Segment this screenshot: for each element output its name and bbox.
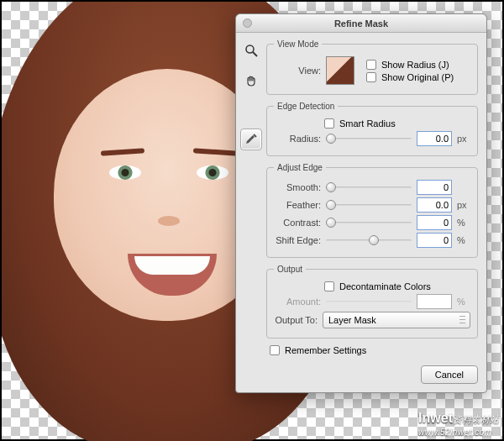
svg-line-1 (253, 52, 257, 56)
radius-input[interactable] (417, 131, 452, 146)
edge-legend: Edge Detection (274, 102, 338, 111)
edge-detection-group: Edge Detection Smart Radius Radius: px (266, 102, 478, 156)
outputto-label: Output To: (274, 315, 318, 325)
remember-label: Remember Settings (285, 345, 366, 355)
adjust-edge-group: Adjust Edge Smooth: Feather:px Contrast:… (266, 163, 478, 258)
smooth-label: Smooth: (274, 182, 321, 192)
contrast-slider[interactable] (326, 217, 412, 228)
radius-label: Radius: (274, 134, 321, 144)
cancel-button[interactable]: Cancel (421, 365, 478, 384)
smooth-slider[interactable] (326, 181, 412, 193)
feather-input[interactable] (417, 197, 452, 213)
decontaminate-label: Decontaminate Colors (339, 281, 431, 291)
view-thumbnail[interactable] (326, 56, 354, 85)
shift-input[interactable] (417, 233, 452, 248)
amount-slider (326, 296, 412, 307)
contrast-unit: % (457, 218, 470, 228)
smart-radius-checkbox[interactable] (324, 118, 334, 129)
contrast-label: Contrast: (274, 218, 321, 228)
shift-unit: % (457, 235, 470, 245)
view-mode-legend: View Mode (274, 39, 322, 49)
shift-slider[interactable] (326, 234, 412, 246)
amount-unit: % (457, 297, 470, 307)
watermark: Inwet资料素材站 www.52inwet.com (418, 411, 499, 438)
smart-radius-label: Smart Radius (339, 118, 396, 129)
feather-label: Feather: (274, 200, 321, 210)
smooth-input[interactable] (417, 180, 452, 195)
dialog-title: Refine Mask (334, 18, 388, 29)
shift-label: Shift Edge: (274, 235, 321, 245)
refine-mask-dialog: Refine Mask View Mode View: Show Radius … (235, 13, 487, 393)
view-label: View: (274, 66, 321, 76)
output-group: Output Decontaminate Colors Amount:% Out… (266, 265, 478, 339)
amount-input (417, 294, 452, 309)
show-radius-checkbox[interactable] (366, 60, 376, 70)
radius-unit: px (457, 134, 470, 144)
view-mode-group: View Mode View: Show Radius (J) Show Ori… (266, 39, 478, 95)
feather-unit: px (457, 200, 470, 210)
remember-checkbox[interactable] (270, 345, 280, 355)
tool-strip (236, 33, 266, 362)
amount-label: Amount: (274, 297, 321, 307)
refine-brush-tool[interactable] (240, 129, 262, 150)
contrast-input[interactable] (417, 215, 452, 230)
show-original-label: Show Original (P) (381, 72, 454, 82)
show-original-checkbox[interactable] (366, 72, 376, 82)
radius-slider[interactable] (326, 133, 412, 144)
output-legend: Output (274, 265, 306, 274)
decontaminate-checkbox[interactable] (324, 281, 334, 291)
zoom-tool[interactable] (240, 39, 262, 61)
adjust-legend: Adjust Edge (274, 163, 326, 172)
hand-tool[interactable] (240, 70, 262, 92)
feather-slider[interactable] (326, 199, 412, 211)
dialog-buttons: Cancel (236, 362, 486, 392)
close-icon[interactable] (243, 18, 252, 28)
svg-point-0 (246, 45, 254, 53)
outputto-select[interactable]: Layer Mask (323, 312, 470, 328)
dialog-titlebar[interactable]: Refine Mask (236, 14, 486, 33)
show-radius-label: Show Radius (J) (381, 60, 449, 70)
